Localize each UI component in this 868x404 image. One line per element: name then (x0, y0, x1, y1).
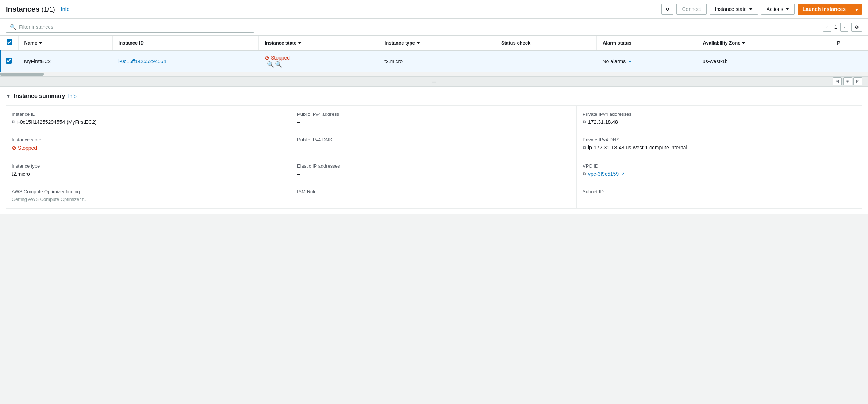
zoom-out-icon[interactable]: 🔍 (275, 61, 282, 68)
zoom-in-icon[interactable]: 🔍 (267, 61, 274, 68)
col-status-check[interactable]: Status check (495, 36, 597, 50)
add-alarm-icon[interactable]: + (629, 58, 631, 64)
prev-page-button[interactable]: ‹ (823, 23, 831, 32)
copy-instance-id-icon[interactable]: ⧉ (12, 119, 15, 125)
zoom-icons: 🔍 🔍 (267, 61, 373, 68)
launch-label: Launch instances (803, 6, 846, 12)
instance-state-stopped: ⊘ Stopped (265, 54, 373, 61)
stopped-circle-icon: ⊘ (12, 145, 16, 151)
instances-table-container: Name Instance ID Instance state (0, 36, 868, 76)
vpc-id-label: VPC ID (583, 163, 856, 169)
instance-state-detail-label: Instance state (12, 137, 285, 142)
detail-cell-private-ipv4: Private IPv4 addresses ⧉ 172.31.18.48 (577, 106, 862, 131)
actions-dropdown-icon (786, 8, 789, 10)
row-extra: – (831, 50, 868, 72)
detail-info-link[interactable]: Info (68, 93, 76, 99)
row-status-check: – (495, 50, 597, 72)
select-all-header[interactable] (1, 36, 19, 50)
refresh-button[interactable]: ↻ (661, 4, 673, 15)
launch-instances-dropdown-button[interactable] (851, 4, 862, 15)
toolbar: Instances (1/1) Info ↻ Connect Instance … (0, 0, 868, 19)
iam-role-label: IAM Role (297, 189, 571, 194)
instance-count: (1/1) (42, 6, 55, 13)
search-bar: 🔍 ‹ 1 › ⚙ (0, 19, 868, 36)
stopped-icon: ⊘ (265, 54, 269, 61)
col-alarm-status-label: Alarm status (603, 40, 631, 46)
detail-view-toggle-group: ⊟ ⊞ ⊡ (833, 77, 862, 85)
detail-cell-subnet-id: Subnet ID – (577, 183, 862, 209)
instance-id-link[interactable]: i-0c15ff14255294554 (118, 58, 166, 64)
vpc-id-value: ⧉ vpc-3f9c5159 ↗ (583, 171, 856, 177)
full-panel-button[interactable]: ⊡ (853, 77, 862, 85)
private-ipv4-text: 172.31.18.48 (588, 119, 618, 125)
table-header-row: Name Instance ID Instance state (1, 36, 868, 50)
col-alarm-status[interactable]: Alarm status (596, 36, 697, 50)
copy-vpc-icon[interactable]: ⧉ (583, 171, 586, 177)
instance-state-button[interactable]: Instance state (710, 4, 758, 15)
connect-button[interactable]: Connect (676, 4, 706, 15)
collapse-icon[interactable]: ▼ (6, 93, 11, 99)
search-input[interactable] (19, 24, 250, 30)
instance-type-detail-label: Instance type (12, 163, 285, 169)
col-instance-type-sort-icon (416, 42, 420, 44)
row-instance-type: t2.micro (379, 50, 495, 72)
col-availability-zone-label: Availability Zone (703, 40, 741, 46)
col-instance-state[interactable]: Instance state (259, 36, 379, 50)
detail-grid: Instance ID ⧉ i-0c15ff14255294554 (MyFir… (6, 105, 862, 209)
subnet-id-value: – (583, 197, 856, 202)
search-icon: 🔍 (10, 24, 16, 30)
row-checkbox[interactable] (6, 58, 12, 64)
detail-cell-instance-state: Instance state ⊘ Stopped (6, 131, 291, 157)
title-text: Instances (6, 5, 42, 13)
public-dns-value: – (297, 145, 571, 150)
split-vertical-icon: ⊞ (846, 79, 849, 84)
split-vertical-button[interactable]: ⊞ (843, 77, 852, 85)
col-instance-id[interactable]: Instance ID (112, 36, 259, 50)
row-alarm-status: No alarms + (596, 50, 697, 72)
launch-dropdown-icon (855, 9, 859, 11)
col-name-label: Name (24, 40, 37, 46)
resize-divider[interactable]: ═ ⊟ ⊞ ⊡ (0, 76, 868, 87)
page-title: Instances (1/1) (6, 5, 55, 14)
detail-cell-private-dns: Private IPv4 DNS ⧉ ip-172-31-18-48.us-we… (577, 131, 862, 157)
instance-id-detail-value: ⧉ i-0c15ff14255294554 (MyFirstEC2) (12, 119, 285, 125)
next-page-button[interactable]: › (840, 23, 848, 32)
detail-panel-title: Instance summary (14, 93, 65, 99)
settings-icon: ⚙ (854, 24, 859, 30)
detail-cell-optimizer: AWS Compute Optimizer finding Getting AW… (6, 183, 291, 209)
elastic-ip-text: – (297, 171, 300, 177)
launch-instances-group: Launch instances (798, 4, 862, 15)
vpc-id-link[interactable]: vpc-3f9c5159 (588, 171, 619, 177)
instance-type-text: t2.micro (12, 171, 30, 177)
table-settings-button[interactable]: ⚙ (851, 23, 862, 32)
row-checkbox-cell[interactable] (1, 50, 19, 72)
detail-cell-iam-role: IAM Role – (291, 183, 577, 209)
copy-private-ip-icon[interactable]: ⧉ (583, 119, 586, 125)
row-availability-zone: us-west-1b (697, 50, 831, 72)
table-row[interactable]: MyFirstEC2 i-0c15ff14255294554 ⊘ Stopped… (1, 50, 868, 72)
refresh-icon: ↻ (665, 7, 669, 12)
external-link-icon[interactable]: ↗ (621, 171, 625, 176)
col-name[interactable]: Name (18, 36, 112, 50)
select-all-checkbox[interactable] (7, 39, 12, 45)
actions-label: Actions (767, 6, 783, 12)
launch-instances-button[interactable]: Launch instances (798, 4, 851, 15)
split-view-button[interactable]: ⊟ (833, 77, 842, 85)
actions-button[interactable]: Actions (761, 4, 795, 15)
col-instance-id-label: Instance ID (119, 40, 144, 46)
col-status-check-label: Status check (501, 40, 530, 46)
col-instance-type[interactable]: Instance type (379, 36, 495, 50)
optimizer-text: Getting AWS Compute Optimizer f... (12, 197, 88, 202)
detail-cell-vpc-id: VPC ID ⧉ vpc-3f9c5159 ↗ (577, 157, 862, 183)
copy-private-dns-icon[interactable]: ⧉ (583, 145, 586, 150)
public-dns-text: – (297, 145, 300, 150)
stopped-text-detail: Stopped (18, 145, 37, 151)
detail-panel-header: ▼ Instance summary Info (6, 93, 862, 99)
horizontal-scrollbar[interactable] (0, 72, 868, 76)
resize-handle-icon: ═ (432, 78, 436, 85)
col-availability-zone[interactable]: Availability Zone (697, 36, 831, 50)
col-instance-state-label: Instance state (265, 40, 296, 46)
info-link[interactable]: Info (61, 6, 69, 12)
col-instance-state-sort-icon (298, 42, 302, 44)
instance-type-detail-value: t2.micro (12, 171, 285, 177)
